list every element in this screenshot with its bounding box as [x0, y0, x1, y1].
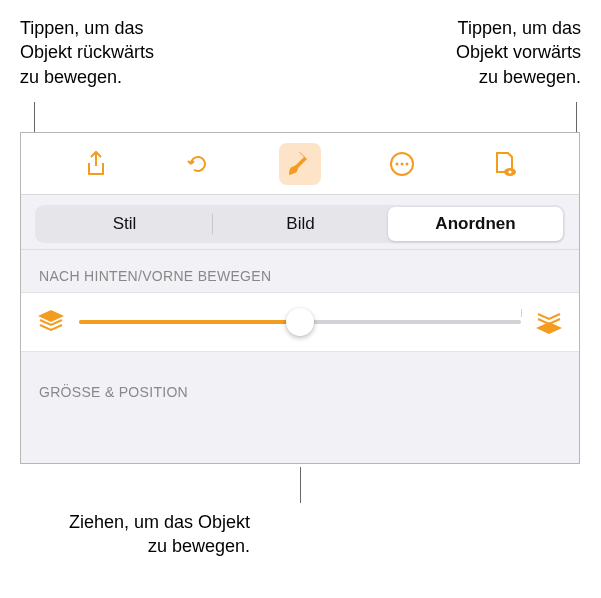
inspector-panel: Stil Bild Anordnen Nach hinten/vorne bew…: [20, 132, 580, 464]
tab-image[interactable]: Bild: [213, 207, 388, 241]
callout-forward: Tippen, um das Objekt vorwärts zu bewege…: [356, 16, 581, 89]
callout-backward: Tippen, um das Objekt rückwärts zu beweg…: [20, 16, 245, 89]
top-toolbar: [21, 133, 579, 195]
presenter-button[interactable]: [483, 143, 525, 185]
svg-point-2: [401, 162, 404, 165]
move-backward-button[interactable]: [37, 308, 65, 336]
layers-front-icon: [536, 310, 562, 334]
slider-thumb[interactable]: [286, 308, 314, 336]
svg-point-3: [406, 162, 409, 165]
leader-line: [34, 102, 35, 132]
layer-slider-row: [21, 292, 579, 352]
undo-button[interactable]: [177, 143, 219, 185]
more-button[interactable]: [381, 143, 423, 185]
format-button[interactable]: [279, 143, 321, 185]
layer-slider[interactable]: [79, 307, 521, 337]
leader-line: [300, 467, 301, 503]
more-icon: [388, 150, 416, 178]
tab-label: Bild: [286, 214, 314, 234]
move-forward-button[interactable]: [535, 308, 563, 336]
share-icon: [84, 150, 108, 178]
callout-drag: Ziehen, um das Objekt zu bewegen.: [18, 510, 250, 559]
leader-line: [576, 102, 577, 132]
slider-fill: [79, 320, 300, 324]
segmented-control-wrap: Stil Bild Anordnen: [21, 195, 579, 250]
segmented-control: Stil Bild Anordnen: [35, 205, 565, 243]
tab-style[interactable]: Stil: [37, 207, 212, 241]
undo-icon: [184, 150, 212, 178]
document-eye-icon: [490, 150, 518, 178]
slider-tick: [521, 309, 522, 317]
section-header-layering: Nach hinten/vorne bewegen: [21, 250, 579, 292]
svg-point-5: [508, 170, 511, 173]
arrange-panel: Nach hinten/vorne bewegen: [21, 250, 579, 464]
svg-point-1: [396, 162, 399, 165]
layers-back-icon: [38, 310, 64, 334]
paintbrush-icon: [287, 149, 313, 179]
share-button[interactable]: [75, 143, 117, 185]
tab-label: Stil: [113, 214, 137, 234]
tab-label: Anordnen: [435, 214, 515, 234]
section-header-size: Größe & Position: [21, 352, 579, 408]
tab-arrange[interactable]: Anordnen: [388, 207, 563, 241]
